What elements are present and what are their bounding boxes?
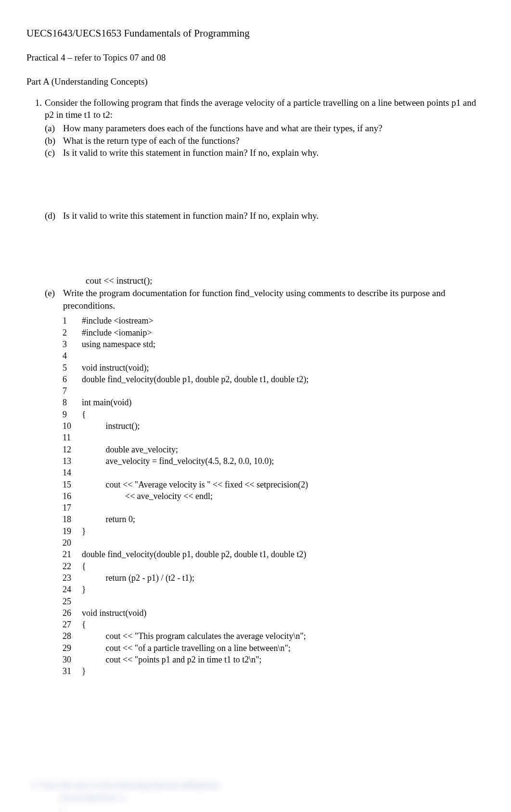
code-text: void instruct(void) <box>82 607 471 619</box>
line-number: 7 <box>62 385 82 397</box>
line-number: 27 <box>62 619 82 630</box>
sub-d-text: Is it valid to write this statement in f… <box>63 210 485 222</box>
line-number: 13 <box>62 455 82 467</box>
code-text <box>82 432 471 443</box>
sub-b-label: (b) <box>45 135 63 147</box>
page: UECS1643/UECS1653 Fundamentals of Progra… <box>0 0 511 812</box>
sub-b-text: What is the return type of each of the f… <box>63 135 485 147</box>
code-text: #include <iostream> <box>82 315 471 326</box>
code-text: cout << "points p1 and p2 in time t1 to … <box>82 654 471 665</box>
line-number: 10 <box>62 420 82 432</box>
line-number: 12 <box>62 444 82 455</box>
code-text: instruct(); <box>82 420 471 432</box>
subquestion-list-e: (e) Write the program documentation for … <box>45 287 485 312</box>
line-number: 29 <box>62 642 82 654</box>
line-number: 22 <box>62 561 82 572</box>
line-number: 9 <box>62 409 82 420</box>
code-text <box>82 467 471 478</box>
code-text: << ave_velocity << endl; <box>82 490 471 502</box>
code-text <box>82 596 471 607</box>
code-text: { <box>82 561 471 572</box>
line-number: 21 <box>62 549 82 560</box>
question-body: Consider the following program that find… <box>45 97 485 678</box>
line-number: 20 <box>62 537 82 549</box>
sub-c-label: (c) <box>45 147 63 159</box>
practical-subhead: Practical 4 – refer to Topics 07 and 08 <box>26 51 485 64</box>
question-list: 1. Consider the following program that f… <box>26 97 485 678</box>
course-header: UECS1643/UECS1653 Fundamentals of Progra… <box>26 26 485 40</box>
line-number: 25 <box>62 596 82 607</box>
code-text: ave_velocity = find_velocity(4.5, 8.2, 0… <box>82 455 471 467</box>
code-text: double find_velocity(double p1, double p… <box>82 374 471 385</box>
code-text: #include <iomanip> <box>82 327 471 338</box>
line-number: 24 <box>62 584 82 595</box>
blurred-text: 2. Trace the error in the following func… <box>31 779 485 791</box>
line-number: 19 <box>62 525 82 537</box>
sub-e-text: Write the program documentation for func… <box>63 287 485 312</box>
code-text: { <box>82 409 471 420</box>
code-text: return 0; <box>82 513 471 525</box>
line-number: 31 <box>62 665 82 677</box>
line-number: 17 <box>62 502 82 513</box>
code-text <box>82 350 471 362</box>
code-text: void instruct(void); <box>82 362 471 374</box>
line-number: 26 <box>62 607 82 619</box>
line-number: 16 <box>62 490 82 502</box>
sub-d-code-fragment: cout << instruct(); <box>86 275 485 287</box>
line-number: 8 <box>62 397 82 408</box>
line-number: 30 <box>62 654 82 665</box>
code-text: } <box>82 584 471 595</box>
line-number: 15 <box>62 479 82 490</box>
sub-e-label: (e) <box>45 287 63 312</box>
line-number: 1 <box>62 315 82 326</box>
code-text <box>82 502 471 513</box>
part-a-heading: Part A (Understanding Concepts) <box>26 75 485 88</box>
code-text: return (p2 - p1) / (t2 - t1); <box>82 572 471 584</box>
line-number: 3 <box>62 338 82 350</box>
line-number: 23 <box>62 572 82 584</box>
code-text <box>82 537 471 549</box>
line-number: 28 <box>62 630 82 642</box>
blurred-preview: 2. Trace the error in the following func… <box>26 779 485 812</box>
line-number: 6 <box>62 374 82 385</box>
line-number: 5 <box>62 362 82 374</box>
code-text: cout << "This program calculates the ave… <box>82 630 471 642</box>
code-text: cout << "Average velocity is " << fixed … <box>82 479 471 490</box>
sub-a-label: (a) <box>45 122 63 135</box>
code-text: } <box>82 525 471 537</box>
blurred-text: { <box>60 804 485 812</box>
question-text: Consider the following program that find… <box>45 97 485 121</box>
line-number: 11 <box>62 432 82 443</box>
code-text: cout << "of a particle travelling on a l… <box>82 642 471 654</box>
code-text: } <box>82 665 471 677</box>
code-text: { <box>82 619 471 630</box>
code-text: double ave_velocity; <box>82 444 471 455</box>
code-text <box>82 385 471 397</box>
code-block: 1#include <iostream> 2#include <iomanip>… <box>62 314 471 678</box>
line-number: 2 <box>62 327 82 338</box>
sub-a-text: How many parameters does each of the fun… <box>63 122 485 135</box>
line-number: 4 <box>62 350 82 362</box>
question-number: 1. <box>26 97 45 678</box>
line-number: 18 <box>62 513 82 525</box>
blurred-text: (a) int function1 ( ) <box>60 792 485 803</box>
line-number: 14 <box>62 467 82 478</box>
subquestion-list: (a) How many parameters does each of the… <box>45 122 485 222</box>
code-text: double find_velocity(double p1, double p… <box>82 549 471 560</box>
code-text: using namespace std; <box>82 338 471 350</box>
sub-d-label: (d) <box>45 210 63 222</box>
code-text: int main(void) <box>82 397 471 408</box>
sub-c-text: Is it valid to write this statement in f… <box>63 147 485 159</box>
